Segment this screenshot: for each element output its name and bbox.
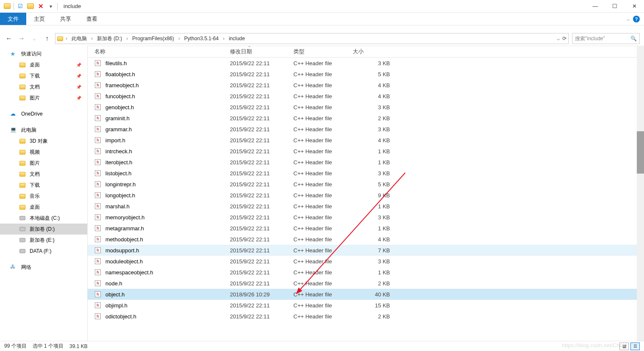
- nav-quick-item[interactable]: 文档📌: [0, 81, 87, 92]
- col-header-size[interactable]: 大小: [353, 48, 391, 55]
- nav-pc-item[interactable]: 本地磁盘 (C:): [0, 213, 87, 224]
- file-row[interactable]: namespaceobject.h 2015/9/22 22:11 C++ He…: [88, 267, 644, 278]
- up-button[interactable]: ↑: [42, 34, 52, 43]
- file-type: C++ Header file: [293, 291, 353, 298]
- refresh-icon[interactable]: ⟳: [562, 36, 567, 41]
- address-bar: ← → ⌵ ↑ › 此电脑 › 新加卷 (D:) › ProgramFiles(…: [0, 31, 644, 46]
- ribbon-tab-share[interactable]: 共享: [53, 13, 79, 25]
- file-row[interactable]: frameobject.h 2015/9/22 22:11 C++ Header…: [88, 80, 644, 91]
- file-row[interactable]: moduleobject.h 2015/9/22 22:11 C++ Heade…: [88, 256, 644, 267]
- file-row[interactable]: longobject.h 2015/9/22 22:11 C++ Header …: [88, 190, 644, 201]
- minimize-button[interactable]: —: [586, 0, 605, 13]
- file-list[interactable]: fileutils.h 2015/9/22 22:11 C++ Header f…: [88, 58, 644, 341]
- file-row[interactable]: objimpl.h 2015/9/22 22:11 C++ Header fil…: [88, 300, 644, 311]
- file-row[interactable]: node.h 2015/9/22 22:11 C++ Header file 2…: [88, 278, 644, 289]
- file-row[interactable]: iterobject.h 2015/9/22 22:11 C++ Header …: [88, 157, 644, 168]
- file-date: 2015/9/22 22:11: [230, 126, 293, 133]
- file-name: odictobject.h: [105, 313, 230, 320]
- file-row[interactable]: metagrammar.h 2015/9/22 22:11 C++ Header…: [88, 223, 644, 234]
- nav-network[interactable]: 🖧 网络: [0, 262, 87, 273]
- recent-dropdown[interactable]: ⌵: [30, 34, 39, 43]
- nav-pc-item[interactable]: 桌面: [0, 202, 87, 213]
- ribbon-file-tab[interactable]: 文件: [0, 13, 26, 25]
- file-row[interactable]: fileutils.h 2015/9/22 22:11 C++ Header f…: [88, 58, 644, 69]
- search-box[interactable]: 搜索"include" 🔍: [572, 33, 640, 44]
- file-row[interactable]: genobject.h 2015/9/22 22:11 C++ Header f…: [88, 102, 644, 113]
- file-row[interactable]: import.h 2015/9/22 22:11 C++ Header file…: [88, 135, 644, 146]
- crumb-include[interactable]: include: [227, 36, 246, 41]
- file-row[interactable]: odictobject.h 2015/9/22 22:11 C++ Header…: [88, 311, 644, 322]
- file-row[interactable]: grammar.h 2015/9/22 22:11 C++ Header fil…: [88, 124, 644, 135]
- file-size: 15 KB: [353, 302, 390, 309]
- nav-pc-item[interactable]: 3D 对象: [0, 135, 87, 146]
- file-row[interactable]: memoryobject.h 2015/9/22 22:11 C++ Heade…: [88, 212, 644, 223]
- crumb-sep[interactable]: ›: [125, 36, 129, 41]
- outer-scrollbar[interactable]: [637, 46, 644, 330]
- breadcrumb-bar[interactable]: › 此电脑 › 新加卷 (D:) › ProgramFiles(x86) › P…: [55, 33, 569, 44]
- view-details-button[interactable]: ☰: [630, 343, 640, 350]
- crumb-programfiles[interactable]: ProgramFiles(x86): [130, 36, 176, 41]
- file-row[interactable]: marshal.h 2015/9/22 22:11 C++ Header fil…: [88, 201, 644, 212]
- file-row[interactable]: funcobject.h 2015/9/22 22:11 C++ Header …: [88, 91, 644, 102]
- file-type: C++ Header file: [293, 170, 353, 177]
- nav-pc-item[interactable]: 新加卷 (E:): [0, 235, 87, 246]
- forward-button[interactable]: →: [17, 34, 26, 43]
- file-size: 1 KB: [353, 225, 390, 232]
- file-row[interactable]: listobject.h 2015/9/22 22:11 C++ Header …: [88, 168, 644, 179]
- file-row[interactable]: graminit.h 2015/9/22 22:11 C++ Header fi…: [88, 113, 644, 124]
- file-date: 2015/9/22 22:11: [230, 302, 293, 309]
- crumb-drive[interactable]: 新加卷 (D:): [95, 35, 124, 42]
- nav-this-pc[interactable]: 💻 此电脑: [0, 124, 87, 135]
- col-header-type[interactable]: 类型: [293, 48, 353, 55]
- file-date: 2015/9/22 22:11: [230, 60, 293, 66]
- onedrive-icon: ☁: [10, 111, 17, 117]
- nav-pc-item[interactable]: 图片: [0, 158, 87, 169]
- nav-quick-item[interactable]: 桌面📌: [0, 59, 87, 70]
- crumb-sep[interactable]: ›: [222, 36, 225, 41]
- folder-icon: [19, 139, 25, 144]
- file-row[interactable]: longintrepr.h 2015/9/22 22:11 C++ Header…: [88, 179, 644, 190]
- help-icon[interactable]: ?: [633, 16, 640, 22]
- file-name: object.h: [105, 291, 230, 298]
- col-header-date[interactable]: 修改日期: [230, 48, 293, 55]
- file-row[interactable]: intrcheck.h 2015/9/22 22:11 C++ Header f…: [88, 146, 644, 157]
- crumb-python[interactable]: Python3.5.1-64: [182, 36, 220, 41]
- ribbon-tab-view[interactable]: 查看: [79, 13, 105, 25]
- nav-onedrive[interactable]: ☁ OneDrive: [0, 108, 87, 119]
- file-row[interactable]: object.h 2018/9/26 10:29 C++ Header file…: [88, 289, 644, 300]
- file-type: C++ Header file: [293, 126, 353, 133]
- nav-pc-item[interactable]: 下载: [0, 180, 87, 191]
- qat-newfolder-icon[interactable]: [27, 3, 34, 10]
- crumb-sep[interactable]: ›: [65, 36, 68, 41]
- watermark: https://blog.csdn.net/Chold: [562, 342, 627, 348]
- nav-pc-item[interactable]: 新加卷 (D:): [0, 224, 87, 235]
- back-button[interactable]: ←: [4, 34, 14, 43]
- nav-quick-item[interactable]: 图片📌: [0, 92, 87, 103]
- navigation-pane: ★ 快速访问 桌面📌下载📌文档📌图片📌 ☁ OneDrive 💻 此电脑 3D …: [0, 46, 88, 341]
- file-row[interactable]: floatobject.h 2015/9/22 22:11 C++ Header…: [88, 69, 644, 80]
- outer-scrollbar-thumb[interactable]: [637, 131, 644, 174]
- file-type: C++ Header file: [293, 258, 353, 265]
- header-file-icon: [94, 71, 101, 77]
- crumb-pc[interactable]: 此电脑: [70, 35, 88, 42]
- close-button[interactable]: ✕: [625, 0, 644, 13]
- maximize-button[interactable]: ☐: [605, 0, 625, 13]
- nav-quick-access[interactable]: ★ 快速访问: [0, 48, 87, 59]
- crumb-sep[interactable]: ›: [90, 36, 94, 41]
- nav-pc-item[interactable]: DATA (F:): [0, 246, 87, 257]
- folder-icon: [19, 85, 25, 89]
- crumb-sep[interactable]: ›: [177, 36, 181, 41]
- nav-pc-item[interactable]: 文档: [0, 169, 87, 180]
- addr-dropdown-icon[interactable]: ⌵: [557, 36, 560, 41]
- nav-quick-item[interactable]: 下载📌: [0, 70, 87, 81]
- qat-delete-icon[interactable]: ✕: [37, 3, 44, 10]
- ribbon-expand-icon[interactable]: ⌵: [627, 16, 630, 22]
- ribbon-tab-home[interactable]: 主页: [26, 13, 53, 25]
- qat-properties-icon[interactable]: ☑: [17, 3, 24, 10]
- file-row[interactable]: modsupport.h 2015/9/22 22:11 C++ Header …: [88, 245, 644, 256]
- qat-customize-icon[interactable]: ▾: [47, 3, 55, 10]
- col-header-name[interactable]: 名称: [94, 48, 230, 55]
- nav-pc-item[interactable]: 音乐: [0, 191, 87, 202]
- nav-pc-item[interactable]: 视频: [0, 146, 87, 158]
- file-row[interactable]: methodobject.h 2015/9/22 22:11 C++ Heade…: [88, 234, 644, 245]
